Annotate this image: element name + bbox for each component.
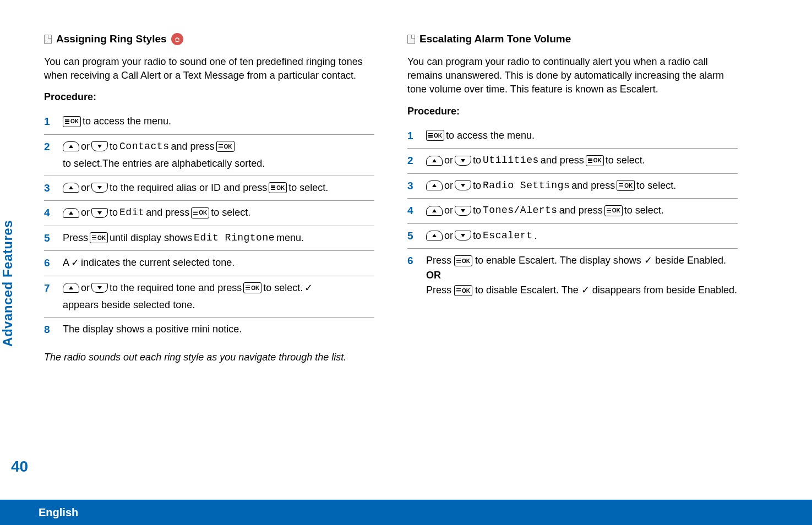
menu-name: Tones/Alerts	[483, 203, 558, 218]
right-step-1: 1 OK to access the menu.	[407, 124, 738, 149]
right-step-2: 2 or to Utilities and press OK to select…	[407, 149, 738, 174]
svg-marker-11	[461, 184, 465, 187]
step-text: to select.	[288, 181, 328, 195]
ok-key-icon: OK	[191, 207, 209, 218]
menu-name: Escalert	[483, 228, 532, 243]
step-text: to access the menu.	[83, 114, 171, 129]
step-text: The display shows a positive mini notice…	[63, 322, 242, 337]
heading-text: Escalating Alarm Tone Volume	[419, 33, 571, 45]
down-key-icon	[91, 183, 108, 193]
ok-key-icon: OK	[454, 285, 472, 296]
left-step-8: 8 The display shows a positive mini noti…	[44, 318, 374, 342]
step-text: to select.	[624, 203, 664, 218]
left-heading: Assigning Ring Styles	[44, 33, 374, 45]
up-key-icon	[63, 141, 79, 151]
left-intro: You can program your radio to sound one …	[44, 55, 374, 83]
ok-key-icon: OK	[269, 182, 287, 193]
down-key-icon	[455, 206, 471, 216]
step-number: 7	[44, 281, 53, 297]
svg-marker-8	[432, 159, 437, 162]
up-key-icon	[63, 283, 79, 293]
ok-key-icon: OK	[604, 205, 623, 216]
svg-marker-1	[97, 145, 102, 148]
svg-marker-14	[432, 234, 437, 237]
down-key-icon	[91, 208, 108, 218]
ok-key-icon: OK	[617, 180, 635, 191]
svg-marker-0	[69, 145, 73, 148]
down-key-icon	[455, 231, 471, 240]
ok-key-icon: OK	[426, 130, 444, 141]
left-step-3: 3 or to the required alias or ID and pre…	[44, 176, 374, 201]
step-number: 4	[407, 203, 416, 219]
check-icon: ✓	[581, 285, 590, 296]
check-icon: ✓	[71, 255, 79, 270]
step-number: 6	[44, 255, 53, 271]
step-text: to select.	[211, 205, 250, 220]
step-text: menu.	[276, 231, 304, 245]
menu-name: Utilities	[483, 153, 539, 168]
step-number: 5	[44, 231, 53, 247]
down-key-icon	[455, 181, 471, 190]
left-column: Assigning Ring Styles You can program yo…	[44, 33, 374, 365]
left-footnote: The radio sounds out each ring style as …	[44, 351, 374, 364]
down-key-icon	[455, 156, 471, 166]
heading-text: Assigning Ring Styles	[56, 33, 167, 45]
left-step-1: 1 OK to access the menu.	[44, 110, 374, 135]
ok-key-icon: OK	[216, 141, 235, 152]
step-text: disappears from beside Enabled.	[592, 285, 737, 296]
right-step-3: 3 or to Radio Settings and press OK to s…	[407, 174, 738, 199]
left-step-2: 2 or to Contacts and press OK to select.…	[44, 135, 374, 176]
right-step-6: 6 Press OK to enable Escalert. The displ…	[407, 249, 738, 302]
up-key-icon	[426, 231, 443, 240]
svg-marker-4	[69, 211, 73, 215]
step-text: to access the menu.	[446, 128, 535, 143]
or-label: OR	[426, 270, 441, 281]
step-number: 5	[407, 228, 416, 244]
page-content: Assigning Ring Styles You can program yo…	[0, 0, 812, 387]
ok-key-icon: OK	[454, 255, 472, 266]
menu-name: Contacts	[119, 139, 169, 154]
menu-name: Edit Ringtone	[194, 231, 275, 245]
sidebar-tab: Advanced Features	[0, 220, 15, 347]
up-key-icon	[426, 181, 443, 190]
step-text: appears beside selected tone.	[63, 298, 195, 313]
menu-name: Radio Settings	[483, 178, 570, 193]
up-key-icon	[426, 156, 443, 166]
svg-marker-10	[432, 184, 437, 187]
left-step-5: 5 Press OK until display shows Edit Ring…	[44, 226, 374, 251]
svg-marker-6	[69, 286, 73, 289]
svg-marker-9	[461, 159, 465, 162]
up-key-icon	[63, 183, 79, 193]
up-key-icon	[426, 206, 443, 216]
footer-bar: English	[0, 500, 812, 525]
ok-key-icon: OK	[586, 155, 604, 166]
page-number: 40	[11, 458, 28, 475]
down-key-icon	[91, 283, 108, 293]
svg-marker-13	[461, 209, 465, 212]
ok-key-icon: OK	[243, 282, 261, 293]
left-step-7: 7 or to the required tone and press OK t…	[44, 276, 374, 318]
step-number: 8	[44, 322, 53, 338]
left-procedure-label: Procedure:	[44, 91, 374, 103]
svg-marker-2	[69, 186, 73, 189]
ok-key-icon: OK	[63, 116, 81, 127]
svg-marker-12	[432, 209, 437, 212]
step-number: 4	[44, 205, 53, 221]
step-number: 1	[407, 128, 416, 144]
left-step-4: 4 or to Edit and press OK to select.	[44, 201, 374, 226]
step-text: to select.The entries are alphabetically…	[63, 156, 265, 171]
svg-marker-15	[461, 234, 465, 237]
down-key-icon	[91, 141, 108, 151]
step-text: to select.	[636, 178, 676, 193]
right-procedure-label: Procedure:	[407, 106, 738, 117]
right-heading: Escalating Alarm Tone Volume	[407, 33, 738, 45]
footer-language: English	[39, 506, 78, 519]
svg-marker-7	[97, 286, 102, 289]
ok-key-icon: OK	[90, 232, 108, 243]
browser-icon	[171, 33, 183, 45]
page-icon	[407, 35, 415, 44]
step-number: 6	[407, 253, 416, 269]
menu-name: Edit	[119, 205, 144, 220]
page-icon	[44, 35, 52, 44]
up-key-icon	[63, 208, 79, 218]
